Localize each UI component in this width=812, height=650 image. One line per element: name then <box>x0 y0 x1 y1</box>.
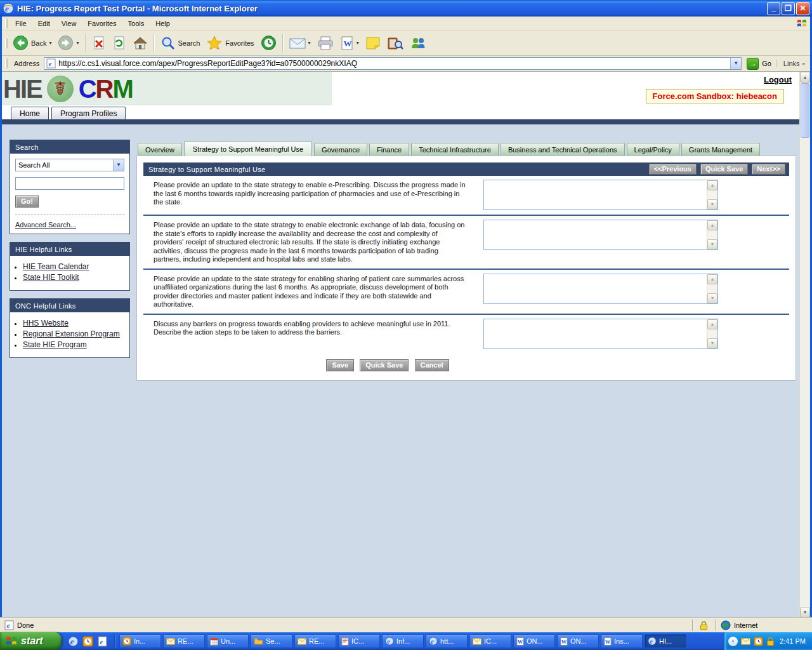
link-state-hie-toolkit[interactable]: State HIE Toolkit <box>23 273 79 282</box>
mail-button[interactable]: ▾ <box>286 36 314 51</box>
research-button[interactable] <box>384 34 407 52</box>
previous-button[interactable]: <<Previous <box>649 164 697 175</box>
ie-doc-quicklaunch-icon[interactable]: e <box>97 636 108 647</box>
menu-file[interactable]: File <box>10 18 32 29</box>
save-button[interactable]: Save <box>326 359 354 371</box>
scroll-down-icon[interactable]: ▼ <box>707 293 717 303</box>
task-window[interactable]: Se... <box>251 634 292 648</box>
toolbar-grip[interactable] <box>5 38 8 48</box>
refresh-button[interactable] <box>109 34 129 52</box>
tab-program-profiles[interactable]: Program Profiles <box>51 107 126 119</box>
link-hhs-website[interactable]: HHS Website <box>23 319 69 328</box>
scroll-up-icon[interactable]: ▲ <box>800 72 810 83</box>
close-button[interactable]: ✕ <box>796 2 809 15</box>
sidebar-search-input[interactable] <box>15 177 124 190</box>
vertical-scrollbar[interactable]: ▲ ▼ <box>799 72 810 618</box>
task-window[interactable]: W ON... <box>557 634 599 648</box>
scroll-up-icon[interactable]: ▲ <box>707 274 717 284</box>
answer-input[interactable] <box>484 220 707 249</box>
answer-input[interactable] <box>484 180 707 209</box>
task-window[interactable]: RE... <box>163 634 205 648</box>
toolbar-grip[interactable] <box>5 58 8 69</box>
scrollbar-thumb[interactable] <box>801 83 809 138</box>
scroll-down-icon[interactable]: ▼ <box>707 199 717 209</box>
edit-with-word-button[interactable]: W ▾ <box>337 34 362 52</box>
print-button[interactable] <box>314 34 337 52</box>
next-button[interactable]: Next>> <box>752 164 785 175</box>
answer-textarea[interactable]: ▲▼ <box>483 274 718 304</box>
textarea-scrollbar[interactable]: ▲▼ <box>707 319 717 348</box>
home-button[interactable] <box>129 34 151 52</box>
go-button[interactable]: → Go <box>742 58 776 70</box>
answer-input[interactable] <box>484 319 707 348</box>
tab-home[interactable]: Home <box>11 107 49 119</box>
textarea-scrollbar[interactable]: ▲▼ <box>707 274 717 303</box>
menu-tools[interactable]: Tools <box>122 18 150 29</box>
link-regional-extension-program[interactable]: Regional Extension Program <box>23 329 120 338</box>
forward-button[interactable]: ▾ <box>55 34 82 52</box>
scroll-up-icon[interactable]: ▲ <box>707 319 717 329</box>
chevron-down-icon[interactable]: ▼ <box>113 159 124 171</box>
menu-edit[interactable]: Edit <box>32 18 56 29</box>
link-hie-team-calendar[interactable]: HIE Team Calendar <box>23 262 89 271</box>
menu-view[interactable]: View <box>56 18 82 29</box>
textarea-scrollbar[interactable]: ▲▼ <box>707 180 717 209</box>
stop-button[interactable] <box>89 34 109 52</box>
scrollbar-track[interactable] <box>800 138 810 607</box>
minimize-button[interactable]: _ <box>767 2 780 15</box>
task-window[interactable]: e htt... <box>426 634 468 648</box>
links-toolbar[interactable]: Links » <box>776 60 810 67</box>
scroll-up-icon[interactable]: ▲ <box>707 220 717 230</box>
forward-dropdown-icon[interactable]: ▾ <box>76 40 79 46</box>
tab-technical-infrastructure[interactable]: Technical Infrastructure <box>411 143 499 156</box>
tray-chevron-icon[interactable]: ‹ <box>728 637 738 646</box>
cancel-button[interactable]: Cancel <box>415 359 449 371</box>
search-scope-select[interactable]: Search All ▼ <box>15 159 124 171</box>
menu-help[interactable]: Help <box>150 18 176 29</box>
scroll-up-icon[interactable]: ▲ <box>707 180 717 190</box>
logout-link[interactable]: Logout <box>764 75 792 84</box>
task-window-active[interactable]: e HI... <box>645 634 686 648</box>
answer-textarea[interactable]: ▲▼ <box>483 220 718 250</box>
back-button[interactable]: Back ▾ <box>10 34 55 52</box>
task-window[interactable]: W Ins... <box>601 634 643 648</box>
textarea-scrollbar[interactable]: ▲▼ <box>707 220 717 249</box>
task-window[interactable]: In... <box>119 634 161 648</box>
tab-business-technical-operations[interactable]: Business and Technical Operations <box>501 143 625 156</box>
tab-governance[interactable]: Governance <box>314 143 367 156</box>
task-window[interactable]: RE... <box>294 634 336 648</box>
task-window[interactable]: IC... <box>469 634 511 648</box>
answer-textarea[interactable]: ▲▼ <box>483 180 718 210</box>
address-dropdown-icon[interactable]: ▼ <box>730 58 741 69</box>
tray-mail-icon[interactable] <box>741 638 750 645</box>
tray-lock-icon[interactable] <box>766 637 775 646</box>
tab-finance[interactable]: Finance <box>369 143 409 156</box>
tray-clock-icon[interactable] <box>754 637 763 646</box>
title-bar[interactable]: e HIE: Progress Report Test Portal - Mic… <box>0 0 812 17</box>
link-state-hie-program[interactable]: State HIE Program <box>23 340 87 349</box>
back-dropdown-icon[interactable]: ▾ <box>49 40 51 46</box>
quick-save-button-bottom[interactable]: Quick Save <box>360 359 409 371</box>
edit-dropdown-icon[interactable]: ▾ <box>357 40 359 46</box>
start-button[interactable]: start <box>0 632 62 650</box>
history-button[interactable] <box>258 34 280 52</box>
ie-quicklaunch-icon[interactable]: e <box>68 636 79 647</box>
tab-overview[interactable]: Overview <box>138 143 182 156</box>
mail-dropdown-icon[interactable]: ▾ <box>308 40 311 46</box>
scroll-down-icon[interactable]: ▼ <box>800 607 810 618</box>
task-window[interactable]: W ON... <box>513 634 555 648</box>
notes-button[interactable] <box>362 35 384 51</box>
tab-legal-policy[interactable]: Legal/Policy <box>627 143 679 156</box>
sidebar-go-button[interactable]: Go! <box>15 196 39 208</box>
task-window[interactable]: Un... <box>207 634 249 648</box>
clock-quicklaunch-icon[interactable] <box>82 636 93 647</box>
messenger-button[interactable] <box>407 34 429 52</box>
answer-textarea[interactable]: ▲▼ <box>483 319 718 349</box>
favorites-button[interactable]: Favorites <box>203 34 257 52</box>
scroll-down-icon[interactable]: ▼ <box>707 338 717 348</box>
menu-favorites[interactable]: Favorites <box>82 18 122 29</box>
restore-button[interactable]: ❐ <box>782 2 795 15</box>
answer-input[interactable] <box>484 274 707 303</box>
task-window[interactable]: IC... <box>338 634 380 648</box>
tab-grants-management[interactable]: Grants Management <box>681 143 760 156</box>
